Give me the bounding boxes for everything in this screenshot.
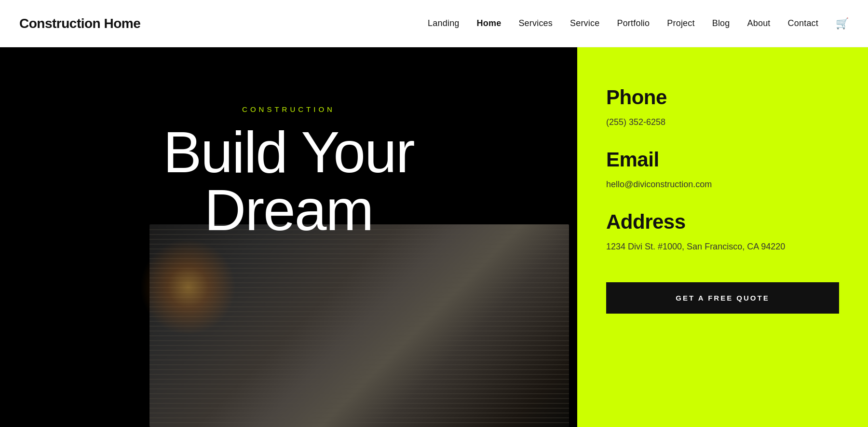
cart-icon[interactable]: 🛒 — [836, 17, 849, 30]
nav-item-blog[interactable]: Blog — [712, 18, 730, 28]
address-label: Address — [606, 210, 839, 234]
phone-value: (255) 352-6258 — [606, 116, 839, 129]
hero-title-line2: Dream — [204, 178, 373, 242]
nav-item-home[interactable]: Home — [477, 18, 502, 28]
hero-text-block: CONSTRUCTION Build Your Dream — [0, 47, 577, 239]
email-label: Email — [606, 148, 839, 171]
hero-title: Build Your Dream — [0, 123, 577, 239]
get-quote-button[interactable]: GET A FREE QUOTE — [606, 282, 839, 314]
phone-section: Phone (255) 352-6258 — [606, 86, 839, 129]
email-value: hello@diviconstruction.com — [606, 178, 839, 191]
hero-title-line1: Build Your — [163, 120, 414, 184]
nav-item-services[interactable]: Services — [518, 18, 553, 28]
site-logo[interactable]: Construction Home — [19, 16, 140, 31]
nav-item-project[interactable]: Project — [667, 18, 694, 28]
nav-item-service[interactable]: Service — [570, 18, 599, 28]
contact-sidebar: Phone (255) 352-6258 Email hello@divicon… — [577, 47, 868, 427]
main-content: CONSTRUCTION Build Your Dream Phone (255… — [0, 47, 868, 427]
nav-item-landing[interactable]: Landing — [428, 18, 459, 28]
site-header: Construction Home Landing Home Services … — [0, 0, 868, 47]
hero-image — [149, 224, 569, 427]
hero-section: CONSTRUCTION Build Your Dream — [0, 47, 577, 427]
nav-item-contact[interactable]: Contact — [788, 18, 818, 28]
address-value: 1234 Divi St. #1000, San Francisco, CA 9… — [606, 240, 839, 253]
nav-item-about[interactable]: About — [747, 18, 771, 28]
address-section: Address 1234 Divi St. #1000, San Francis… — [606, 210, 839, 253]
main-nav: Landing Home Services Service Portfolio … — [428, 17, 849, 30]
hero-eyebrow: CONSTRUCTION — [0, 105, 577, 113]
nav-item-portfolio[interactable]: Portfolio — [617, 18, 650, 28]
email-section: Email hello@diviconstruction.com — [606, 148, 839, 191]
phone-label: Phone — [606, 86, 839, 109]
